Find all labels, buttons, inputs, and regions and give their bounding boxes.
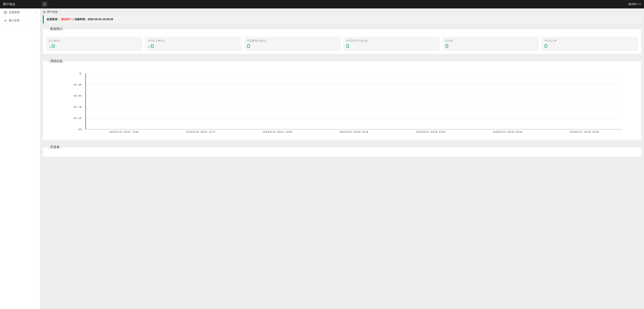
welcome-banner: 欢迎登录： 测试商户！当前时间：2022-03-04 10:04:29 <box>43 15 641 24</box>
svg-text:2022-03-03: 2022-03-03 <box>493 131 522 133</box>
stat-card: 今日总入金(元)￥0 <box>145 37 242 51</box>
svg-text:0.2: 0.2 <box>74 117 82 119</box>
chevron-left-icon <box>35 12 37 14</box>
stat-value: 0 <box>544 43 548 49</box>
svg-text:0.8: 0.8 <box>74 83 82 86</box>
system-title: 系统信息 <box>48 59 64 63</box>
system-section: 系统信息 00.20.40.60.812022-02-262022-02-272… <box>43 59 641 140</box>
line-chart: 00.20.40.60.812022-02-262022-02-272022-0… <box>52 72 632 135</box>
svg-text:2022-03-01: 2022-03-01 <box>339 131 369 133</box>
svg-rect-1 <box>44 3 46 3</box>
app-logo: 商户后台 <box>0 0 40 9</box>
stat-card: 总入单0 <box>442 37 539 51</box>
svg-text:2022-03-04: 2022-03-04 <box>570 131 599 133</box>
main-content: 商户信息 欢迎登录： 测试商户！当前时间：2022-03-04 10:04:29… <box>40 9 644 309</box>
welcome-suffix: ！当前时间： <box>72 18 88 21</box>
sidebar-item-transactions[interactable]: 交易管理 <box>0 9 40 17</box>
stat-value: 0 <box>151 43 154 49</box>
svg-point-6 <box>4 11 6 12</box>
stats-row: 总入金(元)￥0今日总入金(元)￥0今日微信入金(元)0今日支付宝入金(元)0总… <box>46 37 638 51</box>
svg-point-0 <box>43 3 44 4</box>
chart-container: 00.20.40.60.812022-02-262022-02-272022-0… <box>46 68 638 137</box>
stat-label: 总入单 <box>445 39 536 43</box>
welcome-prefix: 欢迎登录： <box>47 18 60 21</box>
stat-label: 总入金(元) <box>49 39 140 43</box>
svg-text:0.4: 0.4 <box>74 106 82 108</box>
stat-value: 0 <box>445 43 448 49</box>
currency-symbol: ￥ <box>148 46 150 49</box>
svg-rect-3 <box>44 4 46 4</box>
sidebar: 交易管理 接口文档 <box>0 9 40 309</box>
svg-rect-5 <box>44 5 46 5</box>
stat-value: 0 <box>52 43 55 49</box>
svg-text:2022-03-02: 2022-03-02 <box>416 131 446 133</box>
app-header: 商户后台 测试商户 <box>0 0 644 9</box>
stat-card: 总入金(元)￥0 <box>46 37 142 51</box>
currency-symbol: ￥ <box>49 46 51 49</box>
user-name: 测试商户 <box>628 3 638 6</box>
nav-label: 交易管理 <box>9 11 20 14</box>
svg-text:0.6: 0.6 <box>74 94 82 97</box>
sidebar-toggle-button[interactable] <box>42 1 47 7</box>
stat-card: 今日总入单0 <box>542 37 638 51</box>
svg-point-7 <box>5 20 6 21</box>
stat-label: 今日支付宝入金(元) <box>346 39 437 43</box>
svg-text:2022-02-28: 2022-02-28 <box>262 131 292 133</box>
sidebar-item-api-docs[interactable]: 接口文档 <box>0 17 40 25</box>
svg-text:1: 1 <box>79 72 82 75</box>
user-menu-dropdown[interactable]: 测试商户 <box>628 3 641 6</box>
svg-text:2022-02-27: 2022-02-27 <box>186 131 216 133</box>
database-icon <box>4 11 7 14</box>
stat-label: 今日总入金(元) <box>148 39 239 43</box>
home-icon <box>43 10 46 14</box>
stat-card: 今日支付宝入金(元)0 <box>343 37 440 51</box>
svg-point-2 <box>43 4 44 5</box>
nav-label: 接口文档 <box>9 19 20 22</box>
stat-label: 今日总入单 <box>544 39 635 43</box>
svg-text:0: 0 <box>79 128 82 131</box>
stats-title: 数据统计 <box>48 27 64 31</box>
welcome-time: 2022-03-04 10:04:29 <box>88 18 113 21</box>
stat-value: 0 <box>247 43 250 49</box>
developer-title: 开发者 <box>48 145 61 149</box>
stats-section: 数据统计 总入金(元)￥0今日总入金(元)￥0今日微信入金(元)0今日支付宝入金… <box>43 27 641 54</box>
developer-section: 开发者 <box>43 145 641 157</box>
welcome-user: 测试商户 <box>61 18 72 21</box>
list-icon <box>43 3 46 6</box>
page-title: 商户信息 <box>47 10 58 14</box>
svg-point-4 <box>43 5 44 5</box>
breadcrumb: 商户信息 <box>40 9 644 15</box>
caret-down-icon <box>639 4 641 5</box>
stat-card: 今日微信入金(元)0 <box>244 37 341 51</box>
stat-value: 0 <box>346 43 349 49</box>
gear-icon <box>4 19 7 22</box>
stat-label: 今日微信入金(元) <box>247 39 338 43</box>
svg-text:2022-02-26: 2022-02-26 <box>109 131 139 133</box>
